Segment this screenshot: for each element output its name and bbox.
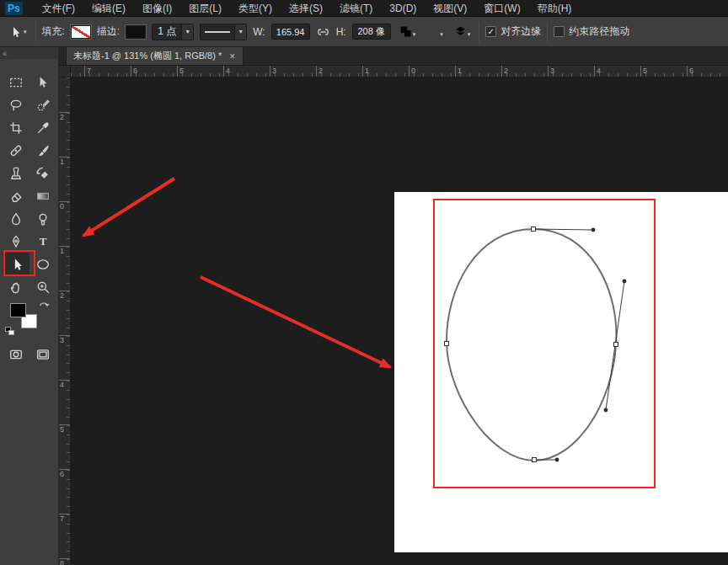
ruler-label: 2 [59, 290, 70, 300]
menu-item[interactable]: 滤镜(T) [332, 0, 380, 17]
ruler-label: 7 [59, 514, 70, 523]
tool-quick-selection[interactable] [29, 93, 56, 116]
height-field[interactable]: 208 像 [352, 24, 391, 40]
tool-pen[interactable] [3, 230, 29, 253]
ruler-label: 3 [548, 66, 554, 77]
default-colors-icon[interactable] [5, 327, 15, 337]
panel-header: « [0, 47, 58, 59]
vertical-ruler[interactable]: 21012345678 [59, 77, 71, 565]
clone-stamp-icon [9, 167, 23, 180]
menu-item[interactable]: 编辑(E) [84, 0, 133, 17]
stroke-style-dropdown[interactable]: ▾ [200, 24, 247, 40]
divider [547, 22, 548, 42]
ruler-label: 1 [362, 66, 369, 77]
path-arrange-button[interactable]: ▾ [452, 24, 474, 40]
path-operations-button[interactable]: ▾ [397, 24, 419, 40]
ruler-label: 6 [59, 469, 70, 478]
ruler-label: 6 [131, 66, 137, 77]
height-label: H: [336, 26, 346, 38]
annotation-red-rectangle [433, 199, 656, 488]
photoshop-window: Ps 文件(F)编辑(E)图像(I)图层(L)类型(Y)选择(S)滤镜(T)3D… [0, 0, 728, 565]
tool-type[interactable]: T [29, 230, 56, 253]
link-icon[interactable] [316, 26, 330, 38]
align-edges-checkbox[interactable]: ✓ [485, 26, 496, 37]
ruler-label: 6 [687, 66, 693, 77]
ruler-label: 2 [59, 112, 70, 121]
stroke-width-value: 1 点 [153, 24, 181, 39]
history-brush-icon [36, 167, 50, 180]
tool-clone-stamp[interactable] [3, 162, 29, 184]
zoom-icon [36, 280, 50, 294]
extra-tools [3, 344, 56, 365]
tool-zoom[interactable] [29, 275, 56, 298]
menu-item[interactable]: 帮助(H) [530, 0, 580, 17]
align-edges-group[interactable]: ✓ 对齐边缘 [485, 24, 541, 39]
tool-crop[interactable] [3, 116, 29, 139]
tool-ellipse-shape[interactable] [29, 253, 56, 275]
menu-item[interactable]: 图像(I) [135, 0, 179, 17]
tool-preset-picker[interactable]: ▾ [7, 24, 29, 40]
menu-item[interactable]: 文件(F) [35, 0, 83, 17]
tool-gradient[interactable] [29, 184, 56, 207]
ruler-label: 7 [84, 66, 91, 77]
stroke-style-preview [205, 31, 230, 33]
path-operations-icon [399, 25, 412, 38]
menu-item[interactable]: 图层(L) [181, 0, 229, 17]
path-alignment-button[interactable]: ▾ [424, 24, 446, 40]
tool-eyedropper[interactable] [29, 116, 56, 139]
collapse-panel-icon[interactable]: « [3, 49, 8, 58]
chevron-down-icon[interactable]: ▾ [181, 24, 193, 40]
tool-blur[interactable] [3, 207, 29, 230]
dodge-icon [36, 212, 50, 226]
divider [35, 22, 36, 42]
brush-icon [36, 144, 50, 157]
screen-mode-button[interactable] [29, 344, 56, 365]
tool-brush[interactable] [29, 139, 56, 162]
ruler-corner [59, 66, 71, 77]
color-swatches [5, 300, 54, 340]
stroke-swatch[interactable] [126, 25, 146, 39]
chevron-down-icon: ▾ [468, 31, 471, 38]
stroke-width-dropdown[interactable]: 1 点 ▾ [152, 24, 194, 40]
close-icon[interactable]: × [228, 51, 236, 61]
main-menu: 文件(F)编辑(E)图像(I)图层(L)类型(Y)选择(S)滤镜(T)3D(D)… [35, 0, 580, 17]
fill-swatch[interactable] [71, 25, 91, 39]
horizontal-ruler[interactable]: 76543210123456 [71, 66, 728, 77]
quick-mask-button[interactable] [3, 344, 29, 365]
tool-eraser[interactable] [3, 184, 29, 207]
gradient-icon [36, 189, 50, 203]
tool-path-selection[interactable] [3, 253, 29, 275]
menu-item[interactable]: 类型(Y) [231, 0, 280, 17]
constrain-drag-group[interactable]: ✓ 约束路径拖动 [554, 24, 629, 39]
menu-item[interactable]: 3D(D) [382, 0, 424, 17]
ruler-label: 0 [59, 201, 70, 211]
swap-colors-icon[interactable] [39, 300, 50, 311]
constrain-drag-checkbox[interactable]: ✓ [554, 26, 565, 37]
tool-history-brush[interactable] [29, 162, 56, 184]
align-edges-label: 对齐边缘 [500, 24, 541, 39]
chevron-down-icon[interactable]: ▾ [234, 24, 246, 40]
menu-item[interactable]: 视图(V) [426, 0, 474, 17]
path-selection-icon [9, 258, 23, 271]
ruler-label: 2 [316, 66, 323, 77]
ruler-label: 4 [223, 66, 230, 77]
ruler-label: 2 [501, 66, 508, 77]
tool-lasso[interactable] [3, 93, 29, 116]
lasso-icon [9, 99, 23, 112]
blur-icon [9, 212, 23, 226]
quick-selection-icon [36, 99, 50, 112]
tool-spot-healing-brush[interactable] [3, 139, 29, 162]
tool-dodge[interactable] [29, 207, 56, 230]
menu-item[interactable]: 窗口(W) [476, 0, 527, 17]
path-alignment-icon [426, 25, 439, 38]
document-tab[interactable]: 未标题-1 @ 131% (椭圆 1, RGB/8) * × [66, 46, 244, 65]
tool-hand[interactable] [3, 275, 29, 298]
tool-rectangular-marquee[interactable] [3, 71, 29, 93]
ps-logo: Ps [5, 2, 23, 15]
canvas-area[interactable]: 76543210123456 21012345678 [59, 66, 728, 565]
menu-item[interactable]: 选择(S) [281, 0, 330, 17]
tool-move[interactable] [29, 71, 56, 93]
ruler-label: 3 [59, 335, 70, 344]
foreground-color-swatch[interactable] [10, 303, 26, 317]
width-field[interactable]: 165.94 [271, 24, 310, 40]
